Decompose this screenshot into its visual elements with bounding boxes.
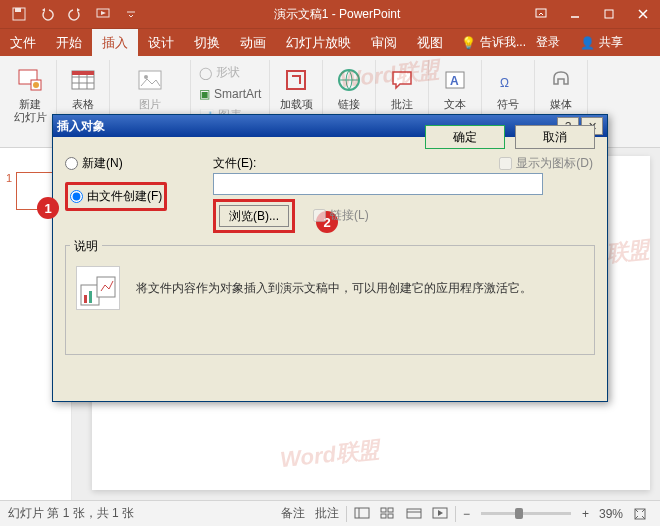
radio-from-file-label: 由文件创建(F)	[87, 188, 162, 205]
show-as-icon-label: 显示为图标(D)	[516, 155, 593, 172]
start-from-beginning-icon[interactable]	[90, 2, 116, 26]
normal-view-icon[interactable]	[349, 501, 375, 527]
fit-to-window-icon[interactable]	[628, 501, 652, 527]
quick-access-toolbar	[0, 2, 150, 26]
zoom-level[interactable]: 39%	[594, 501, 628, 527]
description-box: 说明 将文件内容作为对象插入到演示文稿中，可以用创建它的应用程序激活它。	[65, 245, 595, 355]
svg-rect-14	[72, 71, 94, 75]
notes-button[interactable]: 备注	[276, 501, 310, 527]
file-path-input[interactable]	[213, 173, 543, 195]
image-button[interactable]: 图片	[128, 62, 172, 113]
radio-new-input[interactable]	[65, 157, 78, 170]
svg-rect-29	[388, 508, 393, 512]
window-controls	[524, 0, 660, 28]
description-text: 将文件内容作为对象插入到演示文稿中，可以用创建它的应用程序激活它。	[136, 278, 532, 298]
zoom-in-icon[interactable]: +	[577, 501, 594, 527]
highlight-box-2: 浏览(B)...	[213, 199, 295, 233]
dialog-footer: 确定 取消	[425, 125, 595, 149]
status-bar: 幻灯片 第 1 张，共 1 张 备注 批注 − + 39%	[0, 500, 660, 526]
tab-home[interactable]: 开始	[46, 29, 92, 57]
minimize-icon[interactable]	[558, 0, 592, 28]
notes-label: 备注	[281, 505, 305, 522]
maximize-icon[interactable]	[592, 0, 626, 28]
svg-rect-32	[407, 509, 421, 518]
comments-status-button[interactable]: 批注	[310, 501, 344, 527]
insert-object-dialog: 插入对象 ? ✕ 新建(N) 由文件创建(F) 1 文件(E): 浏览(B)..…	[52, 114, 608, 402]
reading-view-icon[interactable]	[401, 501, 427, 527]
text-icon: A	[439, 64, 471, 96]
text-label: 文本	[444, 98, 466, 111]
svg-point-16	[144, 75, 148, 79]
smartart-icon: ▣	[199, 87, 210, 101]
text-button[interactable]: A 文本	[433, 62, 477, 113]
new-slide-button[interactable]: 新建 幻灯片	[8, 62, 52, 126]
ribbon-tabs: 文件 开始 插入 设计 切换 动画 幻灯片放映 审阅 视图 💡告诉我... 登录…	[0, 28, 660, 56]
radio-from-file-input[interactable]	[70, 190, 83, 203]
close-icon[interactable]	[626, 0, 660, 28]
svg-rect-25	[89, 291, 92, 303]
comment-icon	[386, 64, 418, 96]
slide-count-status: 幻灯片 第 1 张，共 1 张	[8, 505, 134, 522]
save-icon[interactable]	[6, 2, 32, 26]
addins-label: 加载项	[280, 98, 313, 111]
tab-animations[interactable]: 动画	[230, 29, 276, 57]
slideshow-view-icon[interactable]	[427, 501, 453, 527]
new-slide-label: 新建 幻灯片	[14, 98, 47, 124]
sorter-view-icon[interactable]	[375, 501, 401, 527]
radio-from-file[interactable]: 由文件创建(F)	[70, 188, 162, 205]
show-as-icon-input	[499, 157, 512, 170]
tell-me-label: 告诉我...	[480, 34, 526, 51]
ok-button[interactable]: 确定	[425, 125, 505, 149]
ribbon-options-icon[interactable]	[524, 0, 558, 28]
comments-label: 批注	[315, 505, 339, 522]
tab-insert[interactable]: 插入	[92, 29, 138, 57]
svg-rect-1	[15, 8, 21, 12]
tab-slideshow[interactable]: 幻灯片放映	[276, 29, 361, 57]
tell-me[interactable]: 💡告诉我...	[461, 34, 526, 51]
radio-new[interactable]: 新建(N)	[65, 155, 167, 172]
table-button[interactable]: 表格	[61, 62, 105, 113]
browse-button[interactable]: 浏览(B)...	[219, 205, 289, 227]
svg-point-8	[33, 82, 39, 88]
redo-icon[interactable]	[62, 2, 88, 26]
tab-file[interactable]: 文件	[0, 29, 46, 57]
group-slides: 新建 幻灯片	[4, 60, 57, 147]
tab-transitions[interactable]: 切换	[184, 29, 230, 57]
svg-rect-31	[388, 514, 393, 518]
undo-icon[interactable]	[34, 2, 60, 26]
svg-rect-30	[381, 514, 386, 518]
description-label: 说明	[70, 238, 102, 255]
svg-rect-28	[381, 508, 386, 512]
link-button[interactable]: 链接	[327, 62, 371, 113]
table-label: 表格	[72, 98, 94, 111]
symbol-button[interactable]: Ω 符号	[486, 62, 530, 113]
addins-button[interactable]: 加载项	[274, 62, 318, 113]
share-button[interactable]: 👤共享	[570, 34, 633, 51]
qat-dropdown-icon[interactable]	[118, 2, 144, 26]
tab-review[interactable]: 审阅	[361, 29, 407, 57]
svg-text:Ω: Ω	[500, 76, 509, 90]
svg-rect-5	[605, 10, 613, 18]
smartart-button[interactable]: ▣SmartArt	[195, 85, 265, 103]
show-as-icon-checkbox[interactable]: 显示为图标(D)	[499, 155, 593, 172]
zoom-slider[interactable]	[481, 512, 571, 515]
media-label: 媒体	[550, 98, 572, 111]
zoom-out-icon[interactable]: −	[458, 501, 475, 527]
picture-icon	[134, 64, 166, 96]
share-label: 共享	[599, 34, 623, 51]
radio-group: 新建(N) 由文件创建(F)	[65, 155, 167, 211]
link-checkbox[interactable]: 链接(L)	[313, 207, 369, 224]
addins-icon	[280, 64, 312, 96]
new-slide-icon	[14, 64, 46, 96]
comment-label: 批注	[391, 98, 413, 111]
tab-view[interactable]: 视图	[407, 29, 453, 57]
media-button[interactable]: 媒体	[539, 62, 583, 113]
link-checkbox-label: 链接(L)	[330, 207, 369, 224]
shapes-button[interactable]: ◯形状	[195, 62, 265, 83]
login-button[interactable]: 登录	[526, 34, 570, 51]
comment-button[interactable]: 批注	[380, 62, 424, 113]
symbol-icon: Ω	[492, 64, 524, 96]
cancel-button[interactable]: 取消	[515, 125, 595, 149]
slide-number: 1	[6, 172, 12, 210]
tab-design[interactable]: 设计	[138, 29, 184, 57]
